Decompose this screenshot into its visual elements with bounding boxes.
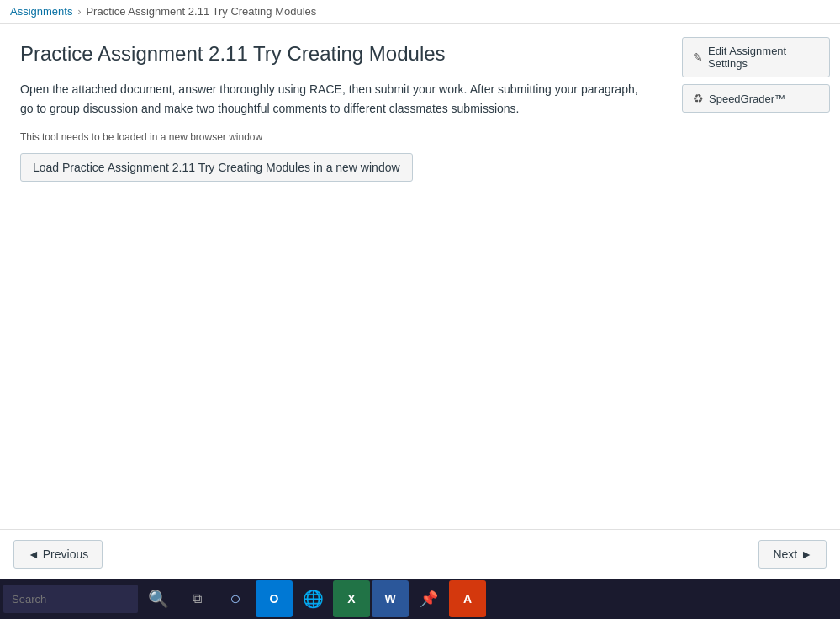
- edit-assignment-settings-button[interactable]: ✎ Edit Assignment Settings: [682, 37, 830, 77]
- speed-grader-icon: ♻: [693, 92, 704, 105]
- breadcrumb-assignments-link[interactable]: Assignments: [10, 5, 72, 18]
- taskbar-outlook-icon[interactable]: O: [256, 580, 293, 617]
- taskbar-acrobat-icon[interactable]: A: [449, 580, 486, 617]
- speed-grader-label: SpeedGrader™: [709, 93, 785, 105]
- bottom-nav: ◄ Previous Next ►: [0, 529, 840, 579]
- sidebar: ✎ Edit Assignment Settings ♻ SpeedGrader…: [672, 24, 840, 529]
- breadcrumb: Assignments › Practice Assignment 2.11 T…: [0, 0, 840, 24]
- taskbar-sticky-notes-icon[interactable]: 📌: [410, 580, 447, 617]
- taskbar: 🔍 ⧉ ○ O 🌐 X W 📌 A: [0, 579, 840, 619]
- next-button[interactable]: Next ►: [758, 540, 827, 569]
- edit-icon: ✎: [693, 50, 703, 64]
- taskbar-word-icon[interactable]: W: [372, 580, 409, 617]
- main-content: Practice Assignment 2.11 Try Creating Mo…: [0, 24, 840, 529]
- load-assignment-button[interactable]: Load Practice Assignment 2.11 Try Creati…: [20, 153, 413, 182]
- edit-settings-label: Edit Assignment Settings: [708, 45, 819, 70]
- content-area: Practice Assignment 2.11 Try Creating Mo…: [0, 24, 672, 529]
- breadcrumb-separator: ›: [77, 6, 81, 18]
- taskbar-chrome-icon[interactable]: 🌐: [294, 580, 331, 617]
- taskbar-excel-icon[interactable]: X: [333, 580, 370, 617]
- taskbar-search-icon[interactable]: 🔍: [140, 580, 177, 617]
- description-text: Open the attached document, answer thoro…: [20, 80, 652, 118]
- page-title: Practice Assignment 2.11 Try Creating Mo…: [20, 40, 652, 66]
- tool-notice: This tool needs to be loaded in a new br…: [20, 131, 652, 143]
- speed-grader-button[interactable]: ♻ SpeedGrader™: [682, 84, 830, 113]
- breadcrumb-current: Practice Assignment 2.11 Try Creating Mo…: [86, 5, 316, 18]
- taskbar-taskview-icon[interactable]: ⧉: [178, 580, 215, 617]
- previous-button[interactable]: ◄ Previous: [13, 540, 103, 569]
- taskbar-search-input[interactable]: [3, 585, 138, 613]
- taskbar-cortana-icon[interactable]: ○: [217, 580, 254, 617]
